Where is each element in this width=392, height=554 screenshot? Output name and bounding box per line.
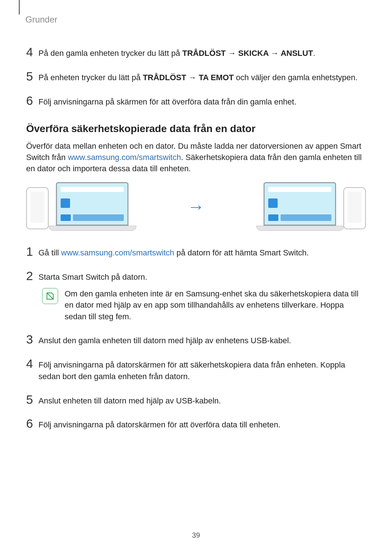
transfer-figure: →	[26, 182, 366, 231]
step-text: Anslut den gamla enheten till datorn med…	[38, 333, 366, 346]
step-pre: På enheten trycker du lätt på	[38, 73, 143, 82]
step-item: 3 Anslut den gamla enheten till datorn m…	[26, 333, 366, 346]
step-pre: Följ anvisningarna på skärmen för att öv…	[38, 97, 297, 106]
smartswitch-link[interactable]: www.samsung.com/smartswitch	[61, 248, 174, 257]
step-number: 2	[26, 270, 38, 282]
step-bold: TRÅDLÖST → TA EMOT	[143, 73, 234, 82]
step-post: på datorn för att hämta Smart Switch.	[174, 248, 309, 257]
step-item: 6 Följ anvisningarna på datorskärmen för…	[26, 417, 366, 431]
running-header: Grunder	[25, 15, 366, 25]
note-icon	[42, 288, 58, 304]
step-item: 2 Starta Smart Switch på datorn.	[26, 270, 366, 283]
step-item: 4 Följ anvisningarna på datorskärmen för…	[26, 357, 366, 382]
step-post: och väljer den gamla enhetstypen.	[234, 73, 358, 82]
step-pre: På den gamla enheten trycker du lätt på	[38, 49, 182, 58]
margin-rule	[19, 0, 20, 15]
step-item: 6 Följ anvisningarna på skärmen för att …	[26, 94, 366, 108]
laptop-icon	[49, 182, 136, 231]
step-text: På enheten trycker du lätt på TRÅDLÖST →…	[38, 70, 366, 83]
step-text: Gå till www.samsung.com/smartswitch på d…	[38, 245, 366, 259]
step-post: .	[313, 49, 315, 58]
step-number: 6	[26, 94, 38, 107]
step-item: 5 På enheten trycker du lätt på TRÅDLÖST…	[26, 70, 366, 83]
phone-icon	[343, 187, 366, 229]
figure-left	[26, 182, 136, 231]
phone-icon	[26, 187, 49, 229]
step-item: 4 På den gamla enheten trycker du lätt p…	[26, 46, 366, 59]
step-number: 5	[26, 70, 38, 82]
step-text: Starta Smart Switch på datorn.	[38, 270, 366, 283]
step-text: Följ anvisningarna på skärmen för att öv…	[38, 94, 366, 108]
step-pre: Starta Smart Switch på datorn.	[38, 272, 147, 282]
section-heading: Överföra säkerhetskopierade data från en…	[26, 123, 366, 135]
step-number: 5	[26, 393, 38, 406]
figure-right	[256, 182, 366, 231]
note-block: Om den gamla enheten inte är en Samsung-…	[42, 288, 366, 322]
step-item: 5 Anslut enheten till datorn med hjälp a…	[26, 393, 366, 407]
step-pre: Gå till	[38, 248, 61, 257]
page-number: 39	[0, 531, 392, 539]
step-item: 1 Gå till www.samsung.com/smartswitch på…	[26, 245, 366, 259]
step-number: 4	[26, 357, 38, 370]
step-text: På den gamla enheten trycker du lätt på …	[38, 46, 366, 59]
note-text: Om den gamla enheten inte är en Samsung-…	[65, 288, 366, 322]
intro-paragraph: Överför data mellan enheten och en dator…	[26, 140, 366, 175]
step-number: 1	[26, 245, 38, 258]
smartswitch-link[interactable]: www.samsung.com/smartswitch	[68, 153, 181, 162]
step-number: 4	[26, 46, 38, 58]
step-text: Följ anvisningarna på datorskärmen för a…	[38, 357, 366, 382]
step-number: 6	[26, 417, 38, 430]
step-text: Följ anvisningarna på datorskärmen för a…	[38, 417, 366, 431]
laptop-icon	[256, 182, 343, 231]
step-bold: TRÅDLÖST → SKICKA → ANSLUT	[182, 49, 313, 58]
arrow-right-icon: →	[187, 197, 205, 217]
step-number: 3	[26, 333, 38, 345]
step-text: Anslut enheten till datorn med hjälp av …	[38, 393, 366, 407]
